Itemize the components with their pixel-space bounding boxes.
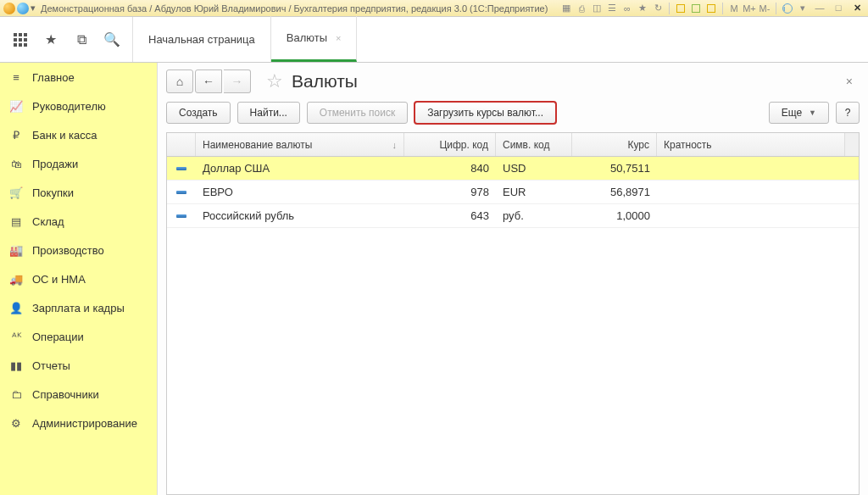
table-header: Наименование валюты↓ Цифр. код Симв. код… [167,133,859,157]
cell-sym: EUR [496,186,572,198]
info-dropdown[interactable]: ▾ [797,3,809,14]
col-sym[interactable]: Симв. код [496,133,572,156]
panel3-icon[interactable] [705,3,717,14]
tab-close-icon[interactable]: × [336,33,341,43]
print-icon[interactable]: ⎙ [576,3,587,14]
factory-icon: 🏭 [7,242,25,258]
panel1-icon[interactable] [675,3,687,14]
forward-button[interactable]: → [224,70,251,93]
app-icon-secondary [17,3,29,14]
panel2-icon[interactable] [690,3,702,14]
sidebar-item-label: ОС и НМА [32,273,86,286]
calc-icon[interactable]: ☰ [606,3,618,14]
sidebar-item-hr[interactable]: 👤Зарплата и кадры [0,293,157,322]
table-row[interactable]: Доллар США840USD50,7511 [167,157,859,181]
sidebar: ≡Главное 📈Руководителю ₽Банк и касса 🛍Пр… [0,63,157,495]
sidebar-item-reports[interactable]: ▮▮Отчеты [0,351,157,380]
sidebar-item-warehouse[interactable]: ▤Склад [0,207,157,236]
table-row[interactable]: ЕВРО978EUR56,8971 [167,181,859,204]
col-icon[interactable] [167,133,196,156]
maximize-button[interactable]: □ [831,3,846,14]
doc-icon[interactable]: ◫ [591,3,603,14]
tab-label: Валюты [287,31,327,44]
cell-code: 978 [404,186,496,198]
cart-icon: 🛒 [7,185,25,200]
back-button[interactable]: ← [195,70,222,93]
sort-asc-icon: ↓ [392,140,398,150]
home-button[interactable]: ⌂ [166,70,193,93]
col-name[interactable]: Наименование валюты↓ [196,133,404,156]
sidebar-item-label: Склад [32,215,64,228]
window-titlebar: ▾ Демонстрационная база / Абдулов Юрий В… [0,0,868,17]
truck-icon: 🚚 [7,271,25,286]
help-button[interactable]: ? [836,102,860,124]
link-icon[interactable]: ∞ [621,3,633,14]
scrollbar[interactable] [845,133,859,156]
col-mul[interactable]: Кратность [657,133,845,156]
ops-icon: ᴬᴷ [7,329,25,344]
cell-name: ЕВРО [196,186,404,198]
favorite-icon[interactable]: ★ [637,3,648,14]
favorite-page-icon[interactable]: ☆ [266,70,283,92]
find-button[interactable]: Найти... [237,102,300,124]
sidebar-item-assets[interactable]: 🚚ОС и НМА [0,264,157,293]
sidebar-item-label: Продажи [32,158,78,170]
sidebar-item-catalogs[interactable]: 🗀Справочники [0,380,157,409]
more-button[interactable]: Еще▼ [769,102,829,124]
cancel-search-button[interactable]: Отменить поиск [307,102,408,124]
dropdown-icon[interactable]: ▾ [31,3,36,14]
sidebar-item-operations[interactable]: ᴬᴷОперации [0,322,157,351]
search-icon[interactable]: 🔍 [100,28,124,52]
star-icon[interactable]: ★ [39,28,63,52]
content-area: ⌂ ← → ☆ Валюты × Создать Найти... Отмени… [157,63,868,495]
person-icon: 👤 [7,300,25,315]
bag-icon: 🛍 [7,156,25,171]
minimize-button[interactable]: — [812,3,827,14]
cell-rate: 56,8971 [572,186,657,198]
sidebar-item-purchases[interactable]: 🛒Покупки [0,178,157,207]
cell-name: Российский рубль [196,209,404,222]
sidebar-item-label: Справочники [32,388,99,401]
load-rates-button[interactable]: Загрузить курсы валют... [415,102,556,124]
toolbar-icon[interactable]: ▦ [560,3,572,14]
cell-rate: 1,0000 [572,209,657,222]
close-page-button[interactable]: × [839,71,860,92]
sidebar-item-production[interactable]: 🏭Производство [0,236,157,264]
separator [669,3,670,14]
boxes-icon: ▤ [7,214,25,229]
top-toolbar: ★ ⧉ 🔍 Начальная страница Валюты × [0,17,868,63]
window-title: Демонстрационная база / Абдулов Юрий Вла… [41,3,560,14]
chevron-down-icon: ▼ [809,108,816,117]
history-icon[interactable]: ↻ [652,3,664,14]
sidebar-item-label: Руководителю [32,100,106,113]
sidebar-item-admin[interactable]: ⚙Администрирование [0,409,157,437]
create-button[interactable]: Создать [166,102,231,124]
sidebar-item-label: Производство [32,244,104,257]
row-marker-icon [167,167,196,170]
sidebar-item-manager[interactable]: 📈Руководителю [0,92,157,120]
apps-icon[interactable] [8,28,32,52]
cell-sym: USD [496,162,572,175]
sidebar-item-label: Операции [32,331,84,343]
clipboard-icon[interactable]: ⧉ [70,28,93,52]
sidebar-item-label: Покупки [32,186,74,199]
info-icon[interactable]: i [782,3,793,14]
table-row[interactable]: Российский рубль643руб.1,0000 [167,204,859,228]
m-label[interactable]: M [728,3,740,14]
sidebar-item-sales[interactable]: 🛍Продажи [0,149,157,178]
sidebar-item-bank[interactable]: ₽Банк и касса [0,120,157,149]
page-title: Валюты [292,71,839,92]
m-minus-label[interactable]: M- [759,3,771,14]
close-button[interactable]: ✕ [849,3,865,14]
cell-code: 840 [404,162,496,175]
col-rate[interactable]: Курс [572,133,657,156]
bars-icon: ▮▮ [7,358,25,373]
tab-start-page[interactable]: Начальная страница [133,16,271,62]
sidebar-item-main[interactable]: ≡Главное [0,63,157,92]
ruble-icon: ₽ [7,127,25,142]
cell-sym: руб. [496,209,572,222]
m-plus-label[interactable]: M+ [743,3,755,14]
col-code[interactable]: Цифр. код [404,133,496,156]
tab-currencies[interactable]: Валюты × [271,16,358,62]
sidebar-item-label: Банк и касса [32,129,97,142]
